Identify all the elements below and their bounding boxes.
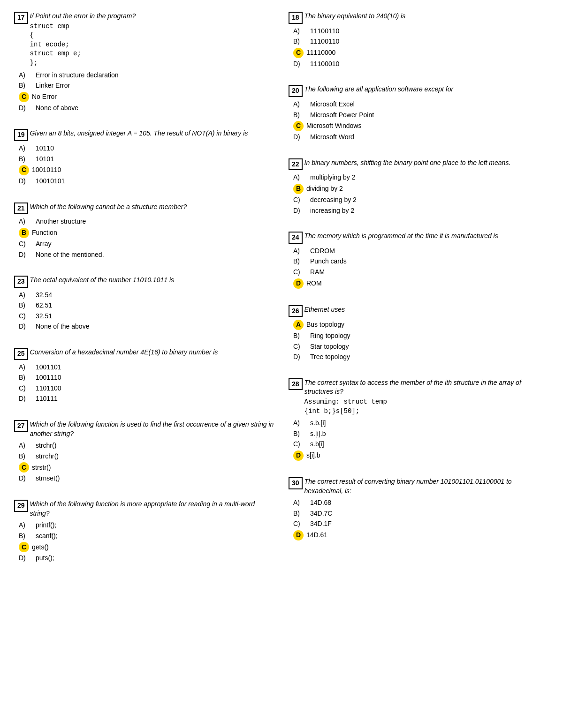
option-text: strrchr() [36, 452, 59, 461]
option-text: 10010101 [36, 177, 65, 186]
question-text: I/ Point out the error in the program?st… [30, 12, 136, 68]
option-item: D)Tree topology [293, 353, 549, 362]
option-text: 10101 [36, 155, 54, 164]
options-list: A)Another structureBFunctionC)ArrayD)Non… [19, 217, 274, 259]
question-text: Given an 8 bits, unsigned integer A = 10… [30, 129, 248, 138]
option-text: 14D.61 [306, 531, 327, 540]
option-text: CDROM [310, 247, 335, 256]
option-text: 11110000 [306, 48, 335, 58]
option-text: multiplying by 2 [310, 173, 356, 182]
option-label: D [293, 278, 304, 289]
option-text: s.[i].b [310, 429, 326, 439]
option-text: Microsoft Power Point [310, 111, 374, 120]
option-item: A)printf(); [19, 521, 274, 530]
option-label: D) [293, 353, 307, 362]
question-header: 24The memory which is programmed at the … [289, 232, 549, 244]
option-item: D)110111 [19, 394, 274, 404]
option-item: D)None of the above [19, 322, 274, 331]
option-item: Bdividing by 2 [293, 184, 549, 194]
option-text: RAM [310, 268, 325, 277]
option-label: C) [293, 519, 307, 529]
option-item: B)strrchr() [19, 452, 274, 461]
question-number: 25 [14, 348, 28, 360]
option-label: B) [19, 301, 33, 310]
option-text: increasing by 2 [310, 206, 354, 216]
question-block: 17I/ Point out the error in the program?… [14, 9, 274, 116]
option-label: C [293, 121, 304, 131]
question-block: 24The memory which is programmed at the … [289, 229, 549, 292]
question-text: The binary equivalent to 240(10) is [304, 12, 406, 21]
option-label: C) [293, 268, 307, 277]
option-text: Star topology [310, 342, 349, 352]
option-item: C11110000 [293, 48, 549, 58]
option-label: D) [19, 474, 33, 483]
option-text: s[i].b [306, 451, 320, 460]
option-item: B)s.[i].b [293, 429, 549, 439]
options-list: A)Error in structure declarationB)Linker… [19, 71, 274, 113]
option-item: B)62.51 [19, 301, 274, 310]
option-item: D)strnset() [19, 474, 274, 483]
option-item: D)increasing by 2 [293, 206, 549, 216]
option-item: B)Microsoft Power Point [293, 111, 549, 120]
option-item: D)None of the mentioned. [19, 250, 274, 260]
options-list: A)14D.68B)34D.7CC)34D.1FD14D.61 [293, 498, 549, 540]
question-number: 24 [289, 232, 303, 244]
option-label: B) [293, 509, 307, 518]
option-text: scanf(); [36, 532, 58, 541]
option-label: B) [293, 331, 307, 341]
option-label: A) [293, 419, 307, 428]
question-number: 27 [14, 420, 28, 432]
option-item: D)puts(); [19, 554, 274, 563]
option-text: Microsoft Word [310, 133, 354, 142]
question-text: Which of the following cannot be a struc… [30, 203, 187, 212]
option-label: B [293, 184, 304, 194]
question-number: 20 [289, 85, 303, 97]
option-item: DROM [293, 278, 549, 289]
option-item: A)Error in structure declaration [19, 71, 274, 80]
question-block: 29Which of the following function is mor… [14, 497, 274, 567]
option-item: C)34D.1F [293, 519, 549, 529]
option-item: C)32.51 [19, 312, 274, 321]
option-label: A) [19, 441, 33, 450]
option-text: 110111 [36, 394, 58, 404]
option-label: D [293, 530, 304, 540]
option-item: C)Array [19, 240, 274, 249]
question-header: 28The correct syntax to access the membe… [289, 378, 549, 416]
option-text: 1001101 [36, 363, 61, 372]
option-text: Another structure [36, 217, 86, 226]
option-text: 1101100 [36, 384, 61, 393]
option-item: Ds[i].b [293, 450, 549, 461]
option-text: dividing by 2 [306, 184, 343, 194]
question-number: 30 [289, 477, 303, 489]
option-label: C) [293, 195, 307, 205]
option-label: D [293, 450, 304, 461]
question-number: 21 [14, 203, 28, 215]
option-label: D) [19, 177, 33, 186]
option-label: C) [293, 342, 307, 352]
question-block: 27Which of the following function is use… [14, 418, 274, 487]
question-block: 21Which of the following cannot be a str… [14, 200, 274, 263]
question-number: 19 [14, 129, 28, 141]
question-number: 17 [14, 12, 28, 24]
option-label: D) [19, 104, 33, 113]
option-text: None of above [36, 104, 78, 113]
option-label: A) [19, 521, 33, 530]
question-number: 22 [289, 158, 303, 171]
option-text: 11100010 [310, 60, 339, 69]
option-item: BFunction [19, 228, 274, 238]
option-item: C)1101100 [19, 384, 274, 393]
question-text: Which of the following function is used … [30, 420, 274, 438]
option-item: B)11100110 [293, 37, 549, 46]
option-item: A)Another structure [19, 217, 274, 226]
option-label: B) [293, 429, 307, 439]
option-text: Bus topology [306, 320, 344, 330]
option-text: 32.51 [36, 312, 52, 321]
option-label: A) [19, 363, 33, 372]
exam-page: 17I/ Point out the error in the program?… [14, 9, 549, 577]
option-text: 34D.7C [310, 509, 332, 518]
question-text: The correct syntax to access the member … [304, 378, 549, 416]
code-block: Assuming: struct temp{int b;}s[50]; [304, 398, 549, 416]
question-number: 29 [14, 500, 28, 512]
options-list: ABus topologyB)Ring topologyC)Star topol… [293, 320, 549, 362]
question-number: 28 [289, 378, 303, 390]
